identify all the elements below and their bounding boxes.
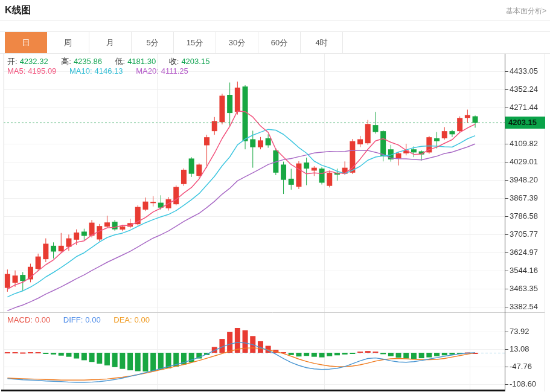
- dea-value: 0.00: [135, 315, 150, 324]
- price-axis-label: 3463.35: [510, 284, 538, 293]
- ma5-value: 4195.09: [28, 66, 56, 76]
- fundamental-analysis-link[interactable]: 基本面分析>: [506, 6, 546, 16]
- page-title: K线图: [5, 4, 31, 17]
- price-axis-label: 4271.44: [510, 103, 538, 112]
- macd-axis-label: 73.92: [510, 327, 529, 336]
- macd-bar: MACD:0.00 DIFF:0.00 DEA:0.00: [7, 315, 152, 324]
- price-axis-label: 3705.77: [510, 230, 538, 239]
- macd-axis-label: -108.60: [510, 379, 536, 388]
- open-value: 4232.32: [20, 57, 48, 66]
- macd-value: 0.00: [35, 315, 50, 324]
- price-axis-label: 3544.16: [510, 266, 538, 275]
- ma20-value: 4111.25: [161, 66, 188, 76]
- period-tabbar: 日周月5分15分30分60分4时: [0, 31, 550, 54]
- price-axis-label: 3382.54: [510, 302, 538, 311]
- diff-label: DIFF:: [63, 315, 83, 324]
- diff-value: 0.00: [85, 315, 100, 324]
- ma-bar: MA5:4195.09 MA10:4146.13 MA20:4111.25: [7, 66, 191, 76]
- ma20-label: MA20:: [136, 66, 159, 76]
- tab-period-1[interactable]: 周: [47, 32, 89, 53]
- quote-bar: 开:4232.32 高:4235.86 低:4181.30 收:4203.15: [7, 56, 212, 67]
- kline-page: K线图 基本面分析> 日周月5分15分30分60分4时 开:4232.32 高:…: [0, 0, 550, 392]
- macd-label: MACD:: [7, 315, 33, 324]
- tab-period-6[interactable]: 60分: [258, 32, 301, 53]
- price-axis-label: 3786.58: [510, 211, 538, 220]
- close-label: 收:: [169, 57, 179, 66]
- open-label: 开:: [7, 57, 18, 66]
- price-axis-label: 3948.20: [510, 175, 538, 184]
- tab-period-2[interactable]: 月: [89, 32, 132, 53]
- ma5-label: MA5:: [7, 66, 25, 76]
- high-label: 高:: [61, 57, 71, 66]
- low-value: 4181.30: [127, 57, 156, 66]
- tab-period-3[interactable]: 5分: [132, 32, 174, 53]
- price-axis-label: 4433.05: [510, 66, 538, 76]
- price-axis-label: 4352.24: [510, 85, 538, 94]
- low-label: 低:: [115, 57, 126, 66]
- ma10-label: MA10:: [69, 66, 92, 76]
- price-axis-label: 3624.97: [510, 248, 538, 257]
- macd-axis-label: -47.76: [510, 362, 532, 371]
- tab-period-7[interactable]: 4时: [301, 32, 343, 53]
- tab-period-4[interactable]: 15分: [174, 32, 216, 53]
- dea-label: DEA:: [114, 315, 132, 324]
- price-axis-label: 3867.39: [510, 193, 538, 202]
- tab-period-5[interactable]: 30分: [216, 32, 258, 53]
- close-value: 4203.15: [181, 57, 209, 66]
- ma10-value: 4146.13: [95, 66, 123, 76]
- tab-period-0[interactable]: 日: [5, 32, 47, 53]
- price-axis-label: 4029.01: [510, 157, 538, 166]
- macd-axis-label: 13.08: [510, 344, 529, 353]
- price-axis-label: 4109.82: [510, 139, 538, 148]
- high-value: 4235.86: [74, 57, 102, 66]
- current-price-tag: 4203.15: [505, 117, 545, 129]
- title-divider: [0, 20, 550, 21]
